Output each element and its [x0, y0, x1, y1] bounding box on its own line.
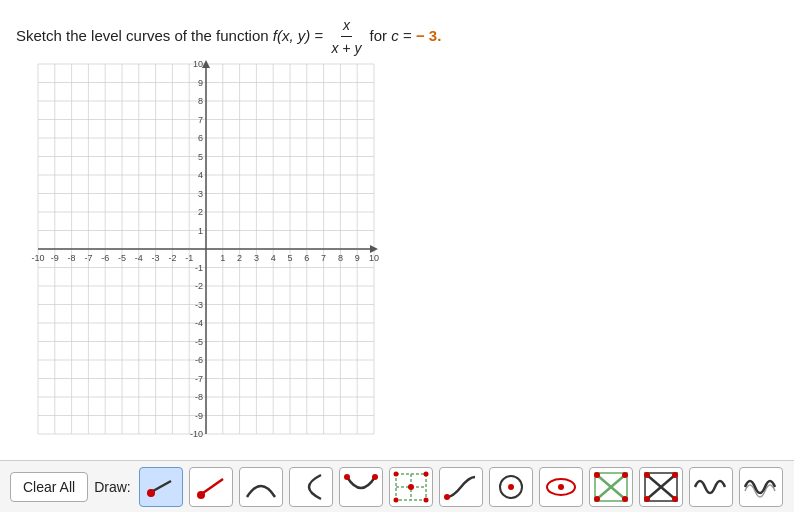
tool-ellipse-dot[interactable] — [539, 467, 583, 507]
tool-curve-icon — [443, 471, 479, 503]
svg-point-6 — [344, 474, 350, 480]
fraction: x x + y — [329, 14, 363, 60]
svg-point-33 — [644, 496, 650, 502]
tool-wave2-icon — [743, 471, 779, 503]
for-text: for — [370, 27, 388, 44]
tool-dot-line[interactable] — [139, 467, 183, 507]
tool-dashed-plus[interactable] — [389, 467, 433, 507]
svg-point-11 — [408, 484, 414, 490]
tool-ellipse-dot-icon — [543, 471, 579, 503]
svg-point-25 — [622, 472, 628, 478]
svg-point-12 — [393, 471, 398, 476]
tool-arc-up-icon — [243, 471, 279, 503]
svg-point-3 — [147, 489, 154, 496]
tool-circle-dot[interactable] — [489, 467, 533, 507]
tool-dot-line-icon — [143, 471, 179, 503]
graph-container — [10, 54, 390, 444]
c-label: c = — [391, 27, 416, 44]
tool-circle-dot-icon — [493, 471, 529, 503]
svg-point-20 — [558, 484, 564, 490]
svg-point-27 — [622, 496, 628, 502]
tool-x-green[interactable] — [589, 467, 633, 507]
tool-wave1-icon — [693, 471, 729, 503]
tool-x-red-icon — [643, 471, 679, 503]
svg-point-34 — [672, 496, 678, 502]
svg-point-18 — [508, 484, 514, 490]
func-name: f(x, y) — [273, 27, 311, 44]
svg-point-15 — [423, 497, 428, 502]
svg-point-7 — [372, 474, 378, 480]
equals: = — [315, 27, 328, 44]
svg-point-31 — [644, 472, 650, 478]
svg-point-24 — [594, 472, 600, 478]
tool-wave2[interactable] — [739, 467, 783, 507]
tool-arc-left-icon — [293, 471, 329, 503]
draw-label: Draw: — [94, 479, 131, 495]
svg-point-14 — [393, 497, 398, 502]
svg-line-5 — [203, 479, 223, 493]
numerator: x — [341, 14, 352, 37]
toolbar: Clear All Draw: — [0, 460, 794, 512]
tool-arc-up[interactable] — [239, 467, 283, 507]
tool-wave1[interactable] — [689, 467, 733, 507]
svg-point-26 — [594, 496, 600, 502]
clear-all-button[interactable]: Clear All — [10, 472, 88, 502]
svg-point-32 — [672, 472, 678, 478]
svg-point-13 — [423, 471, 428, 476]
tool-x-red[interactable] — [639, 467, 683, 507]
question-prefix: Sketch the level curves of the function — [16, 27, 269, 44]
tool-x-green-icon — [593, 471, 629, 503]
tool-slash-icon — [193, 471, 229, 503]
c-value: − 3. — [416, 27, 441, 44]
graph-canvas[interactable] — [10, 54, 390, 444]
svg-point-16 — [444, 494, 450, 500]
tool-check-icon — [343, 471, 379, 503]
tool-check[interactable] — [339, 467, 383, 507]
tool-slash[interactable] — [189, 467, 233, 507]
tool-arc-left[interactable] — [289, 467, 333, 507]
tool-dashed-plus-icon — [393, 471, 429, 503]
tool-curve[interactable] — [439, 467, 483, 507]
